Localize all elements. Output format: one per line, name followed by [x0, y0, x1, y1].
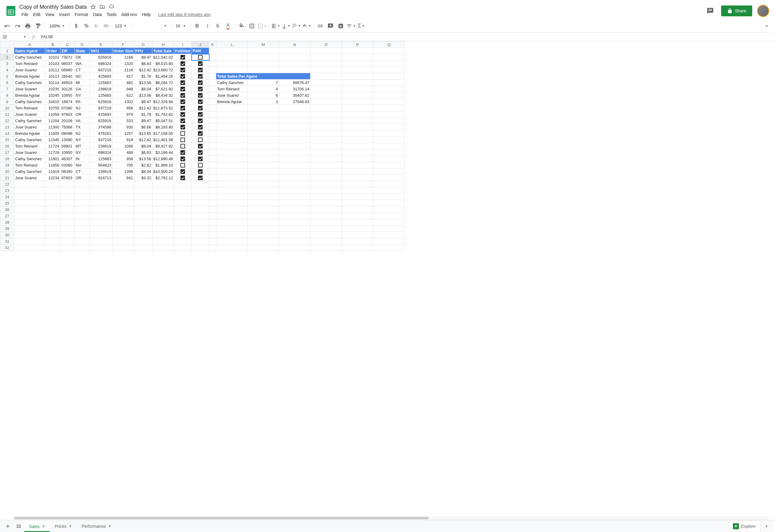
cell-agent[interactable]: Jose Suarez — [14, 175, 45, 181]
cell[interactable] — [373, 245, 405, 251]
cell-order[interactable]: 11728 — [45, 149, 60, 156]
cell-paid[interactable] — [192, 60, 209, 67]
cell[interactable] — [342, 168, 373, 175]
select-all-corner[interactable] — [0, 41, 14, 48]
cell-total[interactable]: $13,860.72 — [152, 67, 174, 73]
cell-paid[interactable] — [192, 149, 209, 156]
cell-ppu[interactable]: $12.42 — [134, 105, 152, 111]
cell-size[interactable]: 705 — [112, 162, 134, 168]
cell[interactable] — [45, 206, 60, 213]
cell[interactable] — [209, 238, 216, 245]
cell[interactable] — [75, 219, 90, 225]
cell[interactable] — [75, 206, 90, 213]
checkbox[interactable] — [198, 106, 203, 110]
cell[interactable] — [134, 238, 152, 245]
row-header-13[interactable]: 13 — [0, 124, 14, 130]
cell[interactable] — [311, 67, 342, 73]
cell[interactable] — [134, 194, 152, 200]
checkbox[interactable] — [180, 106, 185, 110]
insert-link-button[interactable] — [315, 21, 325, 31]
row-header-23[interactable]: 23 — [0, 187, 14, 194]
cell[interactable] — [248, 156, 279, 162]
cell-size[interactable]: 930 — [112, 124, 134, 130]
cell[interactable] — [216, 225, 248, 232]
cell-size[interactable]: 958 — [112, 156, 134, 162]
cell[interactable] — [60, 238, 75, 245]
cell[interactable] — [248, 149, 279, 156]
cell-paid[interactable] — [192, 67, 209, 73]
cell[interactable] — [90, 225, 112, 232]
cell-agent[interactable]: Jose Suarez — [14, 111, 45, 118]
cell-agent[interactable]: Cathy Sanchez — [14, 156, 45, 162]
checkbox[interactable] — [180, 150, 185, 155]
cell[interactable] — [279, 162, 311, 168]
cell[interactable] — [216, 232, 248, 238]
cell[interactable] — [216, 206, 248, 213]
cell-total[interactable]: $8,434.32 — [152, 92, 174, 99]
checkbox[interactable] — [198, 112, 203, 117]
cell[interactable] — [311, 54, 342, 60]
cell-total[interactable]: $1,742.62 — [152, 111, 174, 118]
cell[interactable] — [209, 194, 216, 200]
vertical-align-button[interactable]: ▼ — [281, 21, 291, 31]
cell[interactable] — [209, 149, 216, 156]
checkbox[interactable] — [180, 163, 185, 167]
cell-agent[interactable]: Brenda Agular — [14, 130, 45, 137]
cell[interactable] — [248, 213, 279, 219]
cell-sku[interactable]: 125683 — [90, 92, 112, 99]
checkbox[interactable] — [198, 163, 203, 167]
cell[interactable] — [112, 225, 134, 232]
cell-state[interactable]: WA — [75, 60, 90, 67]
checkbox[interactable] — [180, 74, 185, 79]
cell[interactable] — [248, 143, 279, 149]
cell-size[interactable]: 1257 — [112, 130, 134, 137]
cell[interactable] — [209, 86, 216, 92]
cell[interactable] — [90, 187, 112, 194]
cell[interactable] — [373, 60, 405, 67]
cell[interactable] — [90, 213, 112, 219]
cell[interactable] — [248, 124, 279, 130]
row-header-1[interactable]: 1 — [0, 48, 14, 54]
cell-paid[interactable] — [192, 54, 209, 60]
cell-order[interactable]: 10101 — [45, 54, 60, 60]
cell-state[interactable]: IN — [75, 156, 90, 162]
cell[interactable] — [152, 200, 174, 206]
checkbox[interactable] — [180, 157, 185, 161]
cell[interactable] — [209, 60, 216, 67]
cell-zip[interactable]: 75088 — [60, 124, 75, 130]
cell[interactable] — [112, 206, 134, 213]
cell[interactable] — [373, 238, 405, 245]
cell[interactable] — [174, 187, 192, 194]
checkbox[interactable] — [198, 74, 203, 79]
cell-total[interactable]: $2,792.12 — [152, 175, 174, 181]
summary-total[interactable]: 31705.14 — [279, 86, 311, 92]
cell[interactable] — [279, 206, 311, 213]
cell[interactable] — [373, 92, 405, 99]
cell-paid[interactable] — [192, 168, 209, 175]
cell-total[interactable]: $1,988.10 — [152, 162, 174, 168]
cell-fulfilled[interactable] — [174, 54, 192, 60]
cell-zip[interactable]: 10950 — [60, 92, 75, 99]
cell-paid[interactable] — [192, 162, 209, 168]
cell[interactable] — [342, 238, 373, 245]
cell-sku[interactable]: 425693 — [90, 73, 112, 79]
cell[interactable] — [279, 111, 311, 118]
cell-zip[interactable]: 06880 — [60, 67, 75, 73]
cell[interactable] — [311, 187, 342, 194]
cell[interactable] — [342, 200, 373, 206]
cell-ppu[interactable]: $1.78 — [134, 73, 152, 79]
cell[interactable] — [216, 48, 248, 54]
checkbox[interactable] — [198, 93, 203, 98]
cell[interactable] — [342, 245, 373, 251]
cell[interactable] — [152, 213, 174, 219]
cell-agent[interactable]: Jose Suarez — [14, 124, 45, 130]
cell[interactable] — [60, 232, 75, 238]
cell-paid[interactable] — [192, 130, 209, 137]
cell[interactable] — [342, 86, 373, 92]
menu-edit[interactable]: Edit — [31, 11, 43, 18]
cell[interactable] — [174, 238, 192, 245]
row-header-9[interactable]: 9 — [0, 99, 14, 105]
col-header-Q[interactable]: Q — [373, 41, 405, 48]
cell[interactable] — [311, 149, 342, 156]
cell-size[interactable]: 462 — [112, 79, 134, 86]
